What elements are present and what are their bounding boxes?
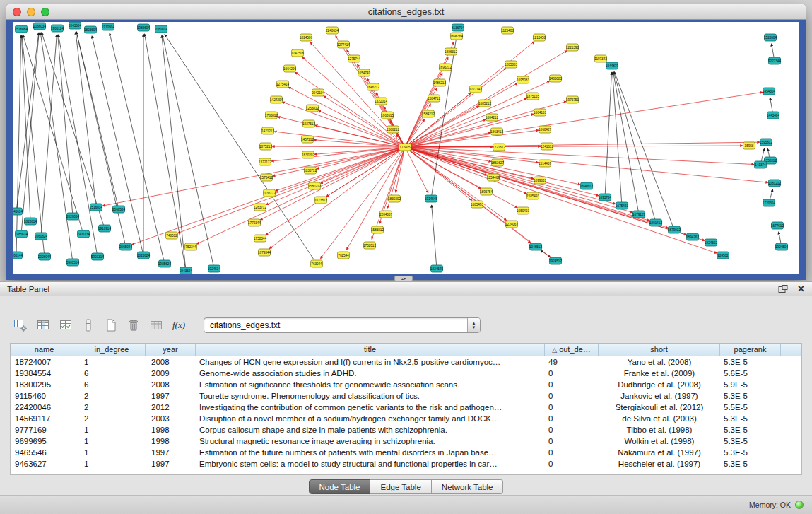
graph-node[interactable]: 1777142 [469,86,482,93]
graph-node[interactable]: 1752344 [254,235,266,242]
graph-node[interactable]: 1914545 [425,195,437,202]
graph-node[interactable]: 1585493 [526,192,539,199]
graph-node[interactable]: 1673812 [314,197,327,204]
graph-node[interactable]: 1486212 [433,79,446,86]
graph-node[interactable]: 1604212 [486,114,498,121]
graph-node[interactable]: 141374 [755,161,767,168]
table-row[interactable]: 969969511998Structural magnetic resonanc… [11,436,801,447]
graph-node[interactable]: 1875212 [259,143,272,150]
column-header-out_de[interactable]: △out_de… [545,344,599,356]
graph-node[interactable]: 1679012 [668,226,681,233]
graph-node[interactable]: 763044 [311,260,323,267]
graph-node[interactable]: 2043624 [180,267,192,274]
graph-node[interactable]: 1927512 [302,120,315,127]
graph-node[interactable]: 1277414 [337,41,350,48]
graph-node[interactable]: 1454304 [763,88,775,95]
table-settings-icon[interactable] [11,317,30,334]
graph-node[interactable]: 1224067 [505,221,518,228]
table-row[interactable]: 977716911998Corpus callosum shape and si… [11,424,801,436]
graph-node[interactable]: 1906124 [51,25,64,32]
graph-node[interactable]: 1891412 [649,219,662,226]
graph-node[interactable]: 1664161 [534,109,546,116]
close-window-icon[interactable] [13,8,21,16]
new-column-icon[interactable] [102,317,120,334]
graph-node[interactable]: 1836712 [304,167,317,174]
graph-node[interactable]: 1372172 [259,158,271,165]
graph-node[interactable]: 2060814 [155,25,167,33]
dropdown-stepper-icon[interactable]: ▲ ▼ [467,317,480,333]
graph-node[interactable]: 1421212 [261,127,274,134]
graph-node[interactable]: 1924514 [208,265,220,272]
graph-node[interactable]: 9227344 [768,57,781,64]
graph-node[interactable]: 1936172 [263,189,276,197]
graph-node[interactable]: 752344 [185,243,197,250]
graph-node[interactable]: 1662615 [381,112,394,119]
graph-node[interactable]: 1894262 [686,233,699,240]
table-row[interactable]: 911546021997Tourette syndrome. Phenomeno… [11,390,801,402]
graph-node[interactable]: 1679129 [632,211,645,218]
graph-node[interactable]: 5901514 [66,259,79,266]
graph-node[interactable]: 1830302 [388,195,401,202]
graph-node[interactable]: 1575412 [260,174,273,181]
graph-node[interactable]: 1654749 [358,69,370,76]
graph-node[interactable]: 1985614 [15,230,28,238]
graph-node[interactable]: 1906144 [13,252,23,259]
column-header-year[interactable]: year [146,344,196,356]
graph-node[interactable]: 2060824 [35,233,47,240]
function-builder-icon[interactable]: f(x) [170,317,188,334]
select-columns-icon[interactable] [34,317,52,334]
edit-table-icon[interactable] [57,317,75,334]
graph-node[interactable]: 1685493 [471,201,483,208]
graph-node[interactable]: 1863412 [490,128,503,135]
graph-node[interactable]: 1197343 [594,55,607,62]
graph-node[interactable]: 1824545 [430,265,443,272]
table-row[interactable]: 946554611997Estimation of the future num… [11,447,801,458]
graph-node[interactable]: 762544 [338,252,350,259]
graph-node[interactable]: 1747506 [291,49,304,57]
graph-node[interactable]: 2060504 [112,206,125,213]
graph-node[interactable]: 1514469 [539,160,551,167]
graph-node[interactable]: 1424204 [270,96,283,103]
graph-node[interactable]: 1457212 [301,136,314,143]
zoom-window-icon[interactable] [41,8,49,16]
network-graph[interactable]: 1724051824506174750616642061275414142420… [13,22,799,274]
graph-node[interactable]: 1924512 [549,257,562,264]
graph-node[interactable]: 2516084 [15,25,28,33]
tab-node-table[interactable]: Node Table [309,479,371,494]
graph-node[interactable]: 1861627 [491,159,504,166]
graph-node[interactable]: 1886312 [445,48,457,55]
graph-node[interactable]: 2516034 [90,204,102,211]
graph-node[interactable]: 1125408 [501,27,514,34]
graph-node[interactable]: 15958 [743,142,755,149]
graph-node[interactable]: 2204067 [379,211,392,218]
graph-node[interactable]: 1221390 [566,44,579,51]
graph-node[interactable]: 172405 [399,144,411,151]
graph-node[interactable]: 1720304 [763,199,775,206]
graph-node[interactable]: 1944879 [606,62,618,69]
graph-node[interactable]: 2066034 [33,23,46,30]
graph-node[interactable]: 1093754 [599,194,611,201]
graph-node[interactable]: 1241612 [541,143,553,150]
graph-node[interactable]: 2042104 [312,89,324,96]
graph-node[interactable]: 1985604 [137,24,150,31]
graph-node[interactable]: 1221612 [493,144,505,151]
graph-node[interactable]: 1823624 [137,252,150,259]
graph-node[interactable]: 1924504 [775,243,788,250]
tab-edge-table[interactable]: Edge Table [370,479,431,494]
graph-node[interactable]: 2043604 [69,22,81,29]
graph-node[interactable]: 1895754 [480,188,493,195]
column-header-short[interactable]: short [599,344,720,356]
graph-node[interactable]: 1783812 [265,112,278,119]
row-height-icon[interactable] [79,317,98,334]
graph-node[interactable]: 1646212 [367,83,379,90]
network-canvas[interactable]: 1724051824506174750616642061275414142420… [13,22,799,274]
graph-node[interactable]: 1443404 [767,112,779,119]
graph-node[interactable]: 1675493 [616,202,628,209]
graph-node[interactable]: 1823604 [84,26,97,33]
graph-node[interactable]: 2065044 [119,243,132,250]
graph-node[interactable]: 1906134 [77,230,90,238]
table-row[interactable]: 946362711997Embryonic stem cells: a mode… [11,458,801,469]
graph-node[interactable]: 1584712 [428,95,440,102]
graph-node[interactable]: 1584212 [422,110,435,117]
graph-node[interactable]: 1823614 [24,218,37,225]
